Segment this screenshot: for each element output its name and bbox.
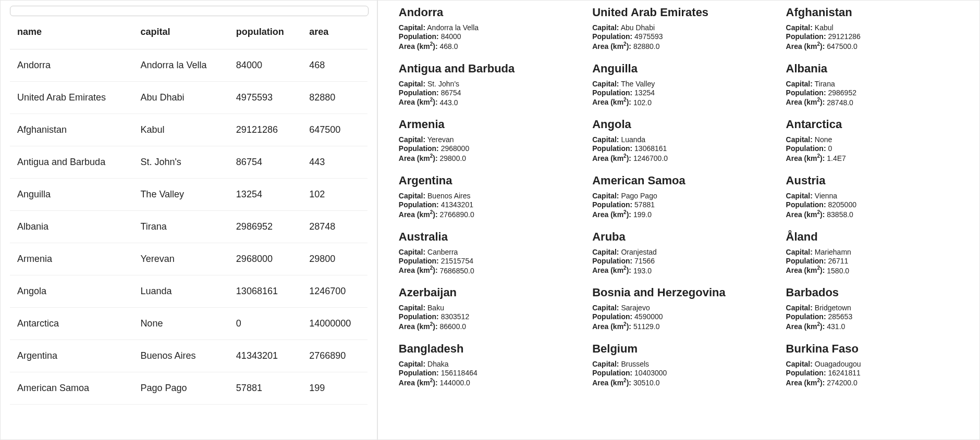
table-row[interactable]: American SamoaPago Pago57881199 xyxy=(10,372,368,405)
field-label: Capital: xyxy=(399,23,425,32)
cell-capital: None xyxy=(133,308,228,340)
field-label: Capital: xyxy=(592,192,619,200)
field-label: Area (km2): xyxy=(399,379,438,387)
field-label: Area (km2): xyxy=(786,42,825,51)
field-label: Area (km2): xyxy=(399,210,438,219)
field-value: 144000.0 xyxy=(440,379,470,387)
country-card: BelgiumCapital: BrusselsPopulation: 1040… xyxy=(592,342,770,387)
field-label: Population: xyxy=(592,312,632,321)
country-field: Population: 156118464 xyxy=(399,369,577,377)
country-field: Capital: Kabul xyxy=(786,23,964,32)
table-row[interactable]: AndorraAndorra la Vella84000468 xyxy=(10,49,368,82)
country-field: Population: 285653 xyxy=(786,312,964,321)
field-value: 29121286 xyxy=(828,32,860,41)
country-field: Area (km2): 443.0 xyxy=(399,97,577,107)
country-field: Area (km2): 468.0 xyxy=(399,41,577,51)
field-value: 443.0 xyxy=(440,98,458,106)
field-label: Capital: xyxy=(592,23,619,32)
table-row[interactable]: AntarcticaNone014000000 xyxy=(10,308,368,340)
left-table-pane[interactable]: name capital population area AndorraAndo… xyxy=(0,0,377,440)
field-value: 193.0 xyxy=(633,266,652,274)
country-card: ÅlandCapital: MariehamnPopulation: 26711… xyxy=(786,230,964,275)
th-area[interactable]: area xyxy=(302,19,368,49)
cell-name: Andorra xyxy=(10,49,133,82)
field-label: Population: xyxy=(399,89,439,97)
table-row[interactable]: ArmeniaYerevan296800029800 xyxy=(10,243,368,275)
field-value: Luanda xyxy=(621,135,645,144)
field-label: Area (km2): xyxy=(399,42,438,51)
country-name: Argentina xyxy=(399,174,577,187)
field-value: Mariehamn xyxy=(815,248,851,256)
field-value: 71566 xyxy=(634,257,655,265)
country-name: Antarctica xyxy=(786,118,964,131)
country-card: Bosnia and HerzegovinaCapital: SarajevoP… xyxy=(592,286,770,331)
cell-area: 28748 xyxy=(302,211,368,243)
countries-table: name capital population area AndorraAndo… xyxy=(10,19,368,405)
field-value: 57881 xyxy=(634,200,655,209)
country-card: United Arab EmiratesCapital: Abu DhabiPo… xyxy=(592,6,770,51)
field-label: Population: xyxy=(592,257,632,265)
field-value: Sarajevo xyxy=(621,304,650,312)
cell-population: 41343201 xyxy=(229,340,302,372)
cell-capital: Abu Dhabi xyxy=(133,82,228,114)
field-value: Pago Pago xyxy=(621,192,657,200)
country-field: Capital: Ouagadougou xyxy=(786,360,964,368)
table-row[interactable]: AlbaniaTirana298695228748 xyxy=(10,211,368,243)
field-value: 83858.0 xyxy=(827,210,853,219)
country-field: Capital: Sarajevo xyxy=(592,304,770,312)
country-field: Area (km2): 1246700.0 xyxy=(592,153,770,162)
field-value: Canberra xyxy=(427,248,458,256)
country-field: Population: 16241811 xyxy=(786,369,964,377)
table-row[interactable]: United Arab EmiratesAbu Dhabi49755938288… xyxy=(10,82,368,114)
country-field: Population: 71566 xyxy=(592,257,770,265)
country-card: BarbadosCapital: BridgetownPopulation: 2… xyxy=(786,286,964,331)
field-label: Population: xyxy=(786,369,826,377)
cell-name: Antarctica xyxy=(10,308,133,340)
field-value: Baku xyxy=(427,304,444,312)
right-cards-pane[interactable]: AndorraCapital: Andorra la VellaPopulati… xyxy=(377,0,980,440)
country-card: ArgentinaCapital: Buenos AiresPopulation… xyxy=(399,174,577,219)
country-field: Population: 84000 xyxy=(399,32,577,41)
table-row[interactable]: AnguillaThe Valley13254102 xyxy=(10,179,368,211)
table-row[interactable]: AfghanistanKabul29121286647500 xyxy=(10,114,368,146)
field-label: Capital: xyxy=(399,304,425,312)
cell-capital: St. John's xyxy=(133,146,228,179)
field-value: 2986952 xyxy=(828,89,856,97)
country-name: Bangladesh xyxy=(399,342,577,356)
field-value: 4975593 xyxy=(634,32,663,41)
th-name[interactable]: name xyxy=(10,19,133,49)
cell-name: Albania xyxy=(10,211,133,243)
country-field: Area (km2): 82880.0 xyxy=(592,41,770,51)
table-row[interactable]: ArgentinaBuenos Aires413432012766890 xyxy=(10,340,368,372)
country-name: Albania xyxy=(786,62,964,76)
field-label: Area (km2): xyxy=(592,154,631,162)
cell-name: United Arab Emirates xyxy=(10,82,133,114)
country-field: Capital: Tirana xyxy=(786,80,964,88)
field-value: 0 xyxy=(828,144,832,153)
field-label: Population: xyxy=(592,369,632,377)
country-field: Population: 26711 xyxy=(786,257,964,265)
th-capital[interactable]: capital xyxy=(133,19,228,49)
field-label: Population: xyxy=(399,200,439,209)
country-card: Antigua and BarbudaCapital: St. John'sPo… xyxy=(399,62,577,107)
search-input[interactable] xyxy=(10,6,369,16)
field-value: 102.0 xyxy=(633,98,652,106)
country-card: AfghanistanCapital: KabulPopulation: 291… xyxy=(786,6,964,51)
country-name: Antigua and Barbuda xyxy=(399,62,577,76)
country-name: Angola xyxy=(592,118,770,131)
country-field: Area (km2): 29800.0 xyxy=(399,153,577,162)
cell-name: Antigua and Barbuda xyxy=(10,146,133,179)
th-population[interactable]: population xyxy=(229,19,302,49)
field-label: Area (km2): xyxy=(399,322,438,331)
country-field: Area (km2): 274200.0 xyxy=(786,378,964,387)
country-name: Australia xyxy=(399,230,577,244)
country-name: Anguilla xyxy=(592,62,770,76)
country-field: Capital: Bridgetown xyxy=(786,304,964,312)
field-label: Capital: xyxy=(592,248,619,256)
table-row[interactable]: AngolaLuanda130681611246700 xyxy=(10,275,368,308)
country-field: Population: 4975593 xyxy=(592,32,770,41)
table-row[interactable]: Antigua and BarbudaSt. John's86754443 xyxy=(10,146,368,179)
cell-population: 13068161 xyxy=(229,275,302,308)
country-card: American SamoaCapital: Pago PagoPopulati… xyxy=(592,174,770,219)
field-label: Area (km2): xyxy=(592,42,631,51)
